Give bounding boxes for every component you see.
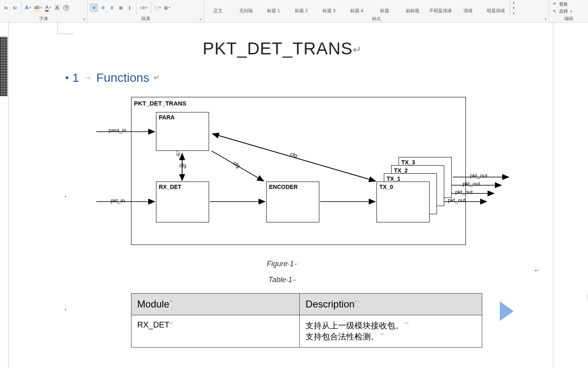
style-emphasis[interactable]: 强调 xyxy=(454,0,482,16)
style-normal[interactable]: 正文 xyxy=(204,0,232,16)
subscript-button[interactable]: x2 xyxy=(2,4,10,12)
table-header-row: Module↵ Description↵ xyxy=(131,294,482,315)
paragraph-mark-icon: ↵ xyxy=(154,73,160,82)
style-heading4[interactable]: 标题 4 xyxy=(343,0,371,16)
block-tx0: TX_0 xyxy=(376,182,430,222)
style-heading3[interactable]: 标题 3 xyxy=(315,0,343,16)
style-subtle-emphasis[interactable]: 不明显强调 xyxy=(426,0,454,16)
style-heading1[interactable]: 标题 1 xyxy=(260,0,287,16)
borders-button[interactable]: ⊞ xyxy=(163,4,171,12)
font-group: x2 x2 A ab A A 字 字体 ↘ xyxy=(0,0,88,22)
align-right-button[interactable]: ≡ xyxy=(108,4,116,12)
align-center-button[interactable]: ≡ xyxy=(99,4,107,12)
block-encoder: ENCODER xyxy=(266,182,319,222)
char-shading-button[interactable]: A xyxy=(53,4,61,12)
tab-arrow-icon: → xyxy=(83,72,92,83)
signal-pkt-out-0: pkt_out xyxy=(448,197,466,203)
style-subtitle[interactable]: 副标题 xyxy=(399,0,426,16)
editing-group-label: 编辑 xyxy=(549,16,588,22)
watermark: V xyxy=(582,283,588,339)
ribbon: x2 x2 A ab A A 字 字体 ↘ ≡ ≡ ≡ ≣ ⫿ ↕≡ ⬚ ⊞ 段… xyxy=(0,0,588,22)
font-group-label: 字体 xyxy=(0,16,87,22)
page[interactable]: PKT_DET_TRANS↵ 1 → Functions ↵ xyxy=(8,22,553,368)
enclose-char-button[interactable]: 字 xyxy=(62,4,70,12)
text-effects-button[interactable]: A xyxy=(24,4,32,12)
styles-group-label: 样式 xyxy=(204,16,549,22)
align-justify-button[interactable]: ≣ xyxy=(117,4,125,12)
select-button[interactable]: ↖选择▾ xyxy=(552,8,586,15)
list-bullet-icon: ▪ xyxy=(65,307,67,312)
replace-icon: ᵃᵇ xyxy=(552,2,557,7)
style-heading2[interactable]: 标题 2 xyxy=(287,0,315,16)
editing-group: ᵃᵇ替换 ↖选择▾ 编辑 xyxy=(549,0,588,22)
paragraph-dialog-launcher[interactable]: ↘ xyxy=(198,16,203,21)
diagram-outer-box: PKT_DET_TRANS TX_3 TX_2 TX_1 TX_0 PARA R… xyxy=(131,97,466,245)
block-diagram: PKT_DET_TRANS TX_3 TX_2 TX_1 TX_0 PARA R… xyxy=(131,97,470,248)
heading-bullet-icon xyxy=(66,76,68,79)
superscript-button[interactable]: x2 xyxy=(11,4,19,12)
distributed-button[interactable]: ⫿ xyxy=(126,4,134,12)
module-table: Module↵ Description↵ RX_DET↵ 支持从上一级模块接收包… xyxy=(131,293,482,348)
signal-pkt-in: pkt_in xyxy=(111,197,125,204)
page-content: PKT_DET_TRANS↵ 1 → Functions ↵ xyxy=(66,22,499,348)
figure-caption: Figure·1↵ xyxy=(66,260,499,268)
cell-module-rxdet: RX_DET↵ xyxy=(131,315,300,348)
paragraph-mark-icon: ↵ xyxy=(353,44,362,55)
shading-button[interactable]: ⬚ xyxy=(154,4,162,12)
line-spacing-button[interactable]: ↕≡ xyxy=(139,4,148,12)
select-icon: ↖ xyxy=(552,9,557,14)
col-description: Description↵ xyxy=(300,294,482,315)
replace-button[interactable]: ᵃᵇ替换 xyxy=(552,1,586,8)
styles-group: 正文 无间隔 标题 1 标题 2 标题 3 标题 4 标题 副标题 不明显强调 … xyxy=(204,0,549,22)
document-title: PKT_DET_TRANS↵ xyxy=(66,39,499,58)
signal-cfg-1: cfg xyxy=(179,162,186,168)
font-dialog-launcher[interactable]: ↘ xyxy=(82,16,87,21)
paragraph-mark-icon: ↵ xyxy=(535,267,539,274)
signal-pkt-out-2: pkt_out xyxy=(463,181,480,187)
col-module: Module↵ xyxy=(131,294,300,315)
heading-number: 1 xyxy=(72,71,79,85)
heading-text: Functions xyxy=(96,71,149,85)
signal-pkt-out-1: pkt_out xyxy=(455,189,473,195)
paragraph-group: ≡ ≡ ≡ ≣ ⫿ ↕≡ ⬚ ⊞ 段落 ↘ xyxy=(88,0,204,22)
cell-desc-rxdet: 支持从上一级模块接收包。 ↵ 支持包合法性检测。 ↵ xyxy=(300,315,482,348)
table-row: RX_DET↵ 支持从上一级模块接收包。 ↵ 支持包合法性检测。 ↵ xyxy=(131,315,482,348)
block-rxdet: RX_DET xyxy=(156,182,209,222)
align-left-button[interactable]: ≡ xyxy=(90,4,98,12)
qr-barcode-icon xyxy=(0,37,7,96)
style-intense-emphasis[interactable]: 明显强调 xyxy=(482,0,510,16)
styles-dialog-launcher[interactable]: ↘ xyxy=(543,16,548,21)
highlight-button[interactable]: ab xyxy=(33,4,43,12)
list-bullet-icon: ▪ xyxy=(65,194,67,199)
styles-gallery-more[interactable]: ▴▾▾ xyxy=(510,0,517,16)
style-title[interactable]: 标题 xyxy=(371,0,399,16)
style-nospacing[interactable]: 无间隔 xyxy=(232,0,260,16)
diagram-outer-label: PKT_DET_TRANS xyxy=(134,100,186,107)
signal-pkt-out-3: pkt_out xyxy=(470,173,488,179)
styles-gallery: 正文 无间隔 标题 1 标题 2 标题 3 标题 4 标题 副标题 不明显强调 … xyxy=(204,0,549,16)
signal-para-in: para_in xyxy=(109,127,126,133)
page-area: PKT_DET_TRANS↵ 1 → Functions ↵ xyxy=(0,22,588,368)
heading-functions: 1 → Functions ↵ xyxy=(66,71,499,85)
font-color-button[interactable]: A xyxy=(45,4,52,12)
block-para: PARA xyxy=(156,112,209,151)
paragraph-group-label: 段落 xyxy=(88,16,204,22)
nav-gutter xyxy=(0,22,7,368)
table-caption: Table·1↵ xyxy=(66,276,499,284)
